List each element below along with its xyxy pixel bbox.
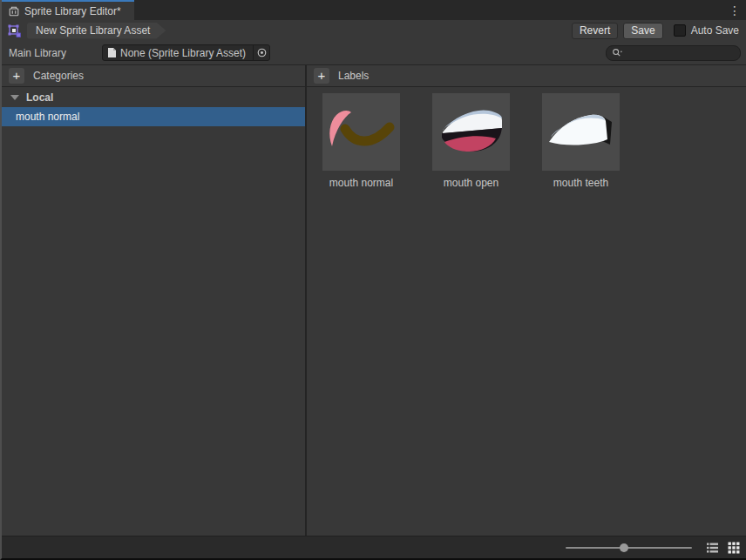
main-library-object-field[interactable]: None (Sprite Library Asset) xyxy=(102,44,270,61)
breadcrumb-new-sprite-library-asset[interactable]: New Sprite Library Asset xyxy=(27,23,166,39)
slider-thumb[interactable] xyxy=(620,543,628,552)
object-field-value: None (Sprite Library Asset) xyxy=(120,47,249,59)
categories-list: Local mouth normal xyxy=(2,87,305,536)
save-button[interactable]: Save xyxy=(623,23,662,39)
category-group-local[interactable]: Local xyxy=(2,87,305,107)
kebab-menu-icon[interactable]: ⋮ xyxy=(727,0,743,20)
list-view-icon[interactable] xyxy=(705,541,719,555)
search-field[interactable] xyxy=(606,45,741,61)
sprite-thumbnail-mouth-normal[interactable] xyxy=(322,93,400,171)
label-item-name: mouth normal xyxy=(329,177,393,189)
search-input[interactable] xyxy=(626,46,735,60)
label-item-mouth-teeth[interactable]: mouth teeth xyxy=(542,93,620,189)
categories-panel: + Categories Local mouth normal xyxy=(2,65,307,536)
sprite-library-editor-icon xyxy=(8,5,20,17)
target-picker-icon[interactable] xyxy=(253,45,269,60)
add-category-button[interactable]: + xyxy=(9,68,24,84)
labels-grid: mouth normal mouth open xyxy=(307,87,746,189)
auto-save-label: Auto Save xyxy=(691,24,739,37)
labels-panel: + Labels mouth normal xyxy=(307,65,746,536)
breadcrumb-label: New Sprite Library Asset xyxy=(36,24,150,37)
search-icon xyxy=(612,48,623,58)
labels-grid-body: mouth normal mouth open xyxy=(307,87,746,536)
content-panels: + Categories Local mouth normal + Labels xyxy=(2,65,746,536)
categories-header-label: Categories xyxy=(33,70,84,82)
label-item-name: mouth open xyxy=(444,177,498,189)
label-item-name: mouth teeth xyxy=(553,177,608,189)
bottom-bar xyxy=(2,536,746,558)
sprite-thumbnail-mouth-open[interactable] xyxy=(432,93,510,171)
auto-save-checkbox[interactable] xyxy=(674,24,686,37)
slider-track[interactable] xyxy=(566,547,692,549)
tab-title: Sprite Library Editor* xyxy=(24,5,121,17)
main-library-label: Main Library xyxy=(9,47,102,59)
thumbnail-size-slider[interactable] xyxy=(566,541,692,555)
sprite-library-editor-window: Sprite Library Editor* ⋮ New Sprite Libr… xyxy=(0,0,746,560)
categories-header: + Categories xyxy=(2,65,305,87)
labels-header: + Labels xyxy=(307,65,746,87)
label-item-mouth-normal[interactable]: mouth normal xyxy=(322,93,400,189)
foldout-triangle-icon xyxy=(10,95,19,100)
toolbar: New Sprite Library Asset Revert Save Aut… xyxy=(2,20,746,41)
sprite-library-asset-icon xyxy=(7,24,22,38)
grid-view-icon[interactable] xyxy=(727,541,741,555)
tab-sprite-library-editor[interactable]: Sprite Library Editor* xyxy=(2,0,134,20)
category-item-mouth-normal[interactable]: mouth normal xyxy=(2,107,305,126)
add-label-button[interactable]: + xyxy=(314,68,329,84)
labels-header-label: Labels xyxy=(338,70,369,82)
asset-file-icon xyxy=(107,47,117,58)
tab-bar: Sprite Library Editor* ⋮ xyxy=(2,0,746,20)
label-item-mouth-open[interactable]: mouth open xyxy=(432,93,510,189)
sprite-thumbnail-mouth-teeth[interactable] xyxy=(542,93,620,171)
revert-button[interactable]: Revert xyxy=(572,23,618,39)
category-group-label: Local xyxy=(26,91,53,104)
main-library-row: Main Library None (Sprite Library Asset) xyxy=(2,41,746,65)
